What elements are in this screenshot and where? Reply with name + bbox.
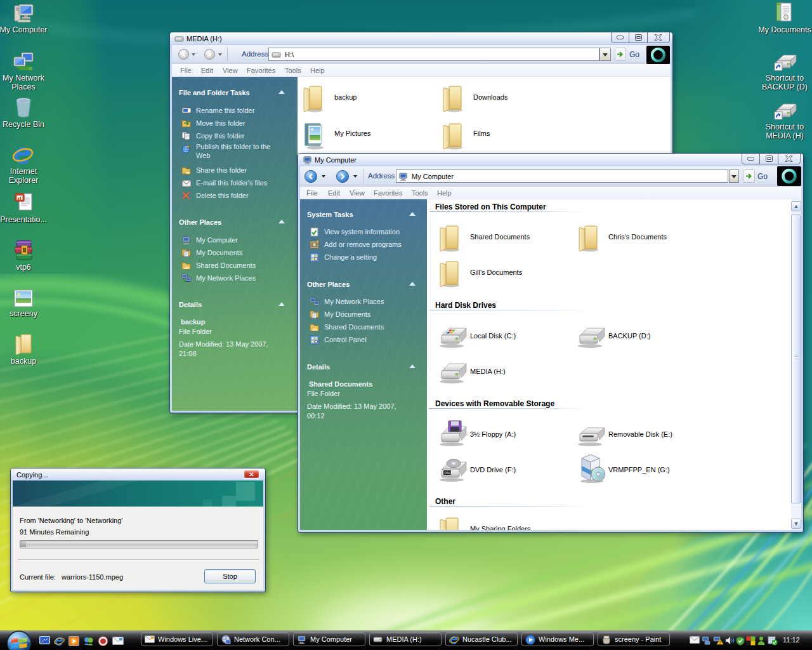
svg-text:DVD: DVD — [445, 471, 452, 475]
